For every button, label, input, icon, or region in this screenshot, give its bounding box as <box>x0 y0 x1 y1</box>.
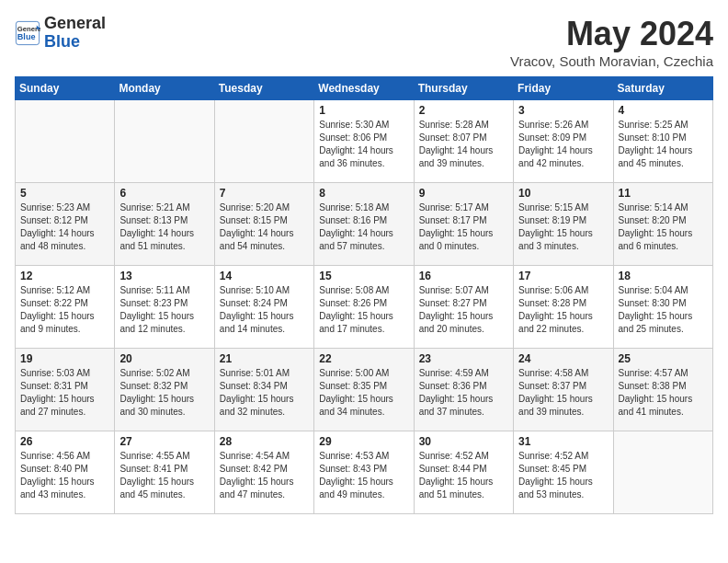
day-cell: 3Sunrise: 5:26 AM Sunset: 8:09 PM Daylig… <box>514 100 613 183</box>
day-cell: 31Sunrise: 4:52 AM Sunset: 8:45 PM Dayli… <box>514 431 613 514</box>
day-number: 20 <box>119 352 209 365</box>
day-number: 9 <box>419 187 508 200</box>
day-number: 1 <box>319 104 408 117</box>
day-info: Sunrise: 5:21 AM Sunset: 8:13 PM Dayligh… <box>119 201 209 253</box>
day-info: Sunrise: 4:53 AM Sunset: 8:43 PM Dayligh… <box>319 450 408 501</box>
day-info: Sunrise: 5:01 AM Sunset: 8:34 PM Dayligh… <box>220 367 309 419</box>
day-cell: 20Sunrise: 5:02 AM Sunset: 8:32 PM Dayli… <box>115 349 214 431</box>
day-info: Sunrise: 4:58 AM Sunset: 8:37 PM Dayligh… <box>518 367 608 419</box>
header-cell-tuesday: Tuesday <box>214 77 313 100</box>
day-info: Sunrise: 5:20 AM Sunset: 8:15 PM Dayligh… <box>220 201 309 253</box>
title-area: May 2024 Vracov, South Moravian, Czechia <box>510 15 713 69</box>
day-cell: 7Sunrise: 5:20 AM Sunset: 8:15 PM Daylig… <box>214 183 313 266</box>
day-cell: 18Sunrise: 5:04 AM Sunset: 8:30 PM Dayli… <box>613 266 712 349</box>
calendar-table: SundayMondayTuesdayWednesdayThursdayFrid… <box>15 76 713 514</box>
logo-icon: General Blue <box>15 20 40 46</box>
day-cell <box>115 100 214 183</box>
day-cell: 1Sunrise: 5:30 AM Sunset: 8:06 PM Daylig… <box>314 100 414 183</box>
svg-text:Blue: Blue <box>17 32 36 41</box>
day-cell: 28Sunrise: 4:54 AM Sunset: 8:42 PM Dayli… <box>214 431 313 514</box>
day-info: Sunrise: 5:25 AM Sunset: 8:10 PM Dayligh… <box>619 119 708 170</box>
day-info: Sunrise: 5:10 AM Sunset: 8:24 PM Dayligh… <box>220 284 309 336</box>
day-number: 17 <box>518 270 608 282</box>
day-number: 25 <box>619 352 708 365</box>
day-cell: 12Sunrise: 5:12 AM Sunset: 8:22 PM Dayli… <box>16 266 115 349</box>
day-number: 5 <box>20 187 109 200</box>
week-row-5: 26Sunrise: 4:56 AM Sunset: 8:40 PM Dayli… <box>16 431 713 514</box>
calendar-body: 1Sunrise: 5:30 AM Sunset: 8:06 PM Daylig… <box>16 100 713 514</box>
logo-text: GeneralBlue <box>44 15 106 52</box>
day-number: 14 <box>220 270 309 282</box>
day-info: Sunrise: 5:11 AM Sunset: 8:23 PM Dayligh… <box>119 284 209 336</box>
header-cell-sunday: Sunday <box>16 77 115 100</box>
week-row-3: 12Sunrise: 5:12 AM Sunset: 8:22 PM Dayli… <box>16 266 713 349</box>
header-row: SundayMondayTuesdayWednesdayThursdayFrid… <box>16 77 713 100</box>
week-row-1: 1Sunrise: 5:30 AM Sunset: 8:06 PM Daylig… <box>16 100 713 183</box>
day-number: 13 <box>119 270 209 282</box>
day-cell: 14Sunrise: 5:10 AM Sunset: 8:24 PM Dayli… <box>214 266 313 349</box>
day-number: 28 <box>220 435 309 448</box>
day-number: 11 <box>619 187 708 200</box>
day-number: 22 <box>319 352 408 365</box>
header-cell-saturday: Saturday <box>613 77 712 100</box>
day-cell: 15Sunrise: 5:08 AM Sunset: 8:26 PM Dayli… <box>314 266 414 349</box>
day-info: Sunrise: 5:03 AM Sunset: 8:31 PM Dayligh… <box>20 367 109 419</box>
calendar-subtitle: Vracov, South Moravian, Czechia <box>510 53 713 69</box>
day-number: 21 <box>220 352 309 365</box>
day-info: Sunrise: 5:02 AM Sunset: 8:32 PM Dayligh… <box>119 367 209 419</box>
week-row-4: 19Sunrise: 5:03 AM Sunset: 8:31 PM Dayli… <box>16 349 713 431</box>
header-cell-monday: Monday <box>115 77 214 100</box>
day-info: Sunrise: 5:15 AM Sunset: 8:19 PM Dayligh… <box>518 201 608 253</box>
calendar-title: May 2024 <box>510 15 713 53</box>
day-number: 27 <box>119 435 209 448</box>
day-cell: 16Sunrise: 5:07 AM Sunset: 8:27 PM Dayli… <box>414 266 513 349</box>
day-cell: 9Sunrise: 5:17 AM Sunset: 8:17 PM Daylig… <box>414 183 513 266</box>
day-number: 23 <box>419 352 508 365</box>
day-info: Sunrise: 5:18 AM Sunset: 8:16 PM Dayligh… <box>319 201 408 253</box>
day-cell: 4Sunrise: 5:25 AM Sunset: 8:10 PM Daylig… <box>613 100 712 183</box>
day-cell: 13Sunrise: 5:11 AM Sunset: 8:23 PM Dayli… <box>115 266 214 349</box>
day-number: 15 <box>319 270 408 282</box>
day-number: 4 <box>619 104 708 117</box>
day-number: 19 <box>20 352 109 365</box>
day-info: Sunrise: 5:30 AM Sunset: 8:06 PM Dayligh… <box>319 119 408 170</box>
day-number: 3 <box>518 104 608 117</box>
day-number: 10 <box>518 187 608 200</box>
day-cell: 2Sunrise: 5:28 AM Sunset: 8:07 PM Daylig… <box>414 100 513 183</box>
day-number: 29 <box>319 435 408 448</box>
day-info: Sunrise: 5:26 AM Sunset: 8:09 PM Dayligh… <box>518 119 608 170</box>
day-info: Sunrise: 5:08 AM Sunset: 8:26 PM Dayligh… <box>319 284 408 336</box>
day-info: Sunrise: 4:56 AM Sunset: 8:40 PM Dayligh… <box>20 450 109 501</box>
day-number: 30 <box>419 435 508 448</box>
day-cell: 8Sunrise: 5:18 AM Sunset: 8:16 PM Daylig… <box>314 183 414 266</box>
day-cell: 6Sunrise: 5:21 AM Sunset: 8:13 PM Daylig… <box>115 183 214 266</box>
day-info: Sunrise: 5:17 AM Sunset: 8:17 PM Dayligh… <box>419 201 508 253</box>
day-number: 24 <box>518 352 608 365</box>
day-number: 31 <box>518 435 608 448</box>
day-info: Sunrise: 5:12 AM Sunset: 8:22 PM Dayligh… <box>20 284 109 336</box>
day-cell: 21Sunrise: 5:01 AM Sunset: 8:34 PM Dayli… <box>214 349 313 431</box>
day-cell <box>214 100 313 183</box>
day-info: Sunrise: 5:00 AM Sunset: 8:35 PM Dayligh… <box>319 367 408 419</box>
day-cell <box>613 431 712 514</box>
calendar-header: SundayMondayTuesdayWednesdayThursdayFrid… <box>16 77 713 100</box>
day-cell: 22Sunrise: 5:00 AM Sunset: 8:35 PM Dayli… <box>314 349 414 431</box>
day-cell: 5Sunrise: 5:23 AM Sunset: 8:12 PM Daylig… <box>16 183 115 266</box>
day-info: Sunrise: 5:14 AM Sunset: 8:20 PM Dayligh… <box>619 201 708 253</box>
week-row-2: 5Sunrise: 5:23 AM Sunset: 8:12 PM Daylig… <box>16 183 713 266</box>
day-info: Sunrise: 4:52 AM Sunset: 8:44 PM Dayligh… <box>419 450 508 501</box>
header-cell-friday: Friday <box>514 77 613 100</box>
day-cell: 10Sunrise: 5:15 AM Sunset: 8:19 PM Dayli… <box>514 183 613 266</box>
day-cell: 19Sunrise: 5:03 AM Sunset: 8:31 PM Dayli… <box>16 349 115 431</box>
header: General Blue GeneralBlue May 2024 Vracov… <box>15 15 713 69</box>
day-info: Sunrise: 5:06 AM Sunset: 8:28 PM Dayligh… <box>518 284 608 336</box>
day-cell: 26Sunrise: 4:56 AM Sunset: 8:40 PM Dayli… <box>16 431 115 514</box>
day-cell: 23Sunrise: 4:59 AM Sunset: 8:36 PM Dayli… <box>414 349 513 431</box>
day-info: Sunrise: 5:28 AM Sunset: 8:07 PM Dayligh… <box>419 119 508 170</box>
day-number: 16 <box>419 270 508 282</box>
day-number: 7 <box>220 187 309 200</box>
day-cell: 27Sunrise: 4:55 AM Sunset: 8:41 PM Dayli… <box>115 431 214 514</box>
day-info: Sunrise: 5:07 AM Sunset: 8:27 PM Dayligh… <box>419 284 508 336</box>
day-cell: 25Sunrise: 4:57 AM Sunset: 8:38 PM Dayli… <box>613 349 712 431</box>
day-cell: 24Sunrise: 4:58 AM Sunset: 8:37 PM Dayli… <box>514 349 613 431</box>
